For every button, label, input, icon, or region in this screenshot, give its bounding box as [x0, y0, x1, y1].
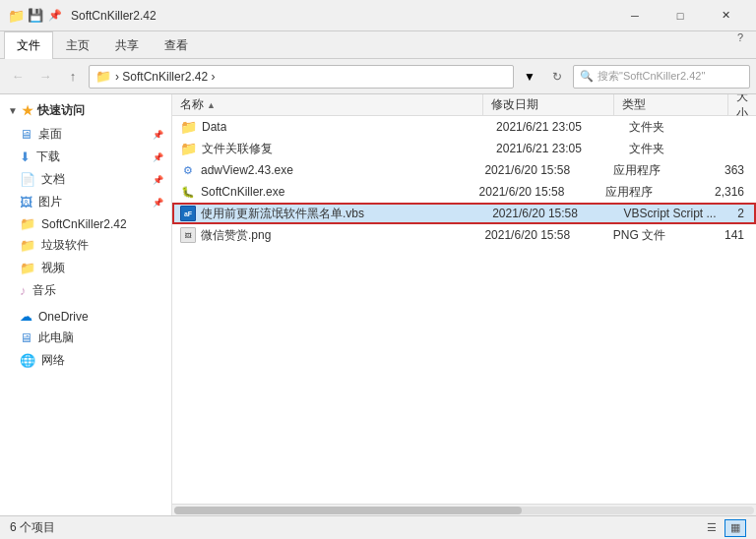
ribbon-help-button[interactable]: ? [728, 31, 752, 43]
file-type-cell: 应用程序 [605, 162, 717, 179]
sidebar-item-onedrive[interactable]: ☁ OneDrive [0, 306, 171, 327]
address-box[interactable]: 📁 › SoftCnKiller2.42 › [89, 65, 514, 89]
detail-view-button[interactable]: ▦ [724, 519, 746, 537]
desktop-pin-icon: 📌 [153, 130, 163, 140]
sidebar-item-videos[interactable]: 📁 视频 [0, 257, 171, 279]
col-size-header[interactable]: 大小 [728, 94, 756, 115]
pictures-pin-icon: 📌 [153, 198, 163, 208]
window-title: SoftCnKiller2.42 [71, 9, 612, 23]
col-name-header[interactable]: 名称 ▲ [172, 94, 483, 115]
file-type-cell: 应用程序 [598, 184, 707, 201]
pictures-icon: 🖼 [20, 195, 32, 210]
folder-icon: 📁 [8, 8, 24, 24]
sort-icon: ▲ [207, 100, 216, 110]
table-row[interactable]: 📁 文件关联修复 2021/6/21 23:05 文件夹 [172, 138, 756, 159]
file-name-cell: 📁 Data [172, 119, 488, 135]
table-row[interactable]: ⚙ adwView2.43.exe 2021/6/20 15:58 应用程序 3… [172, 159, 756, 181]
minimize-button[interactable]: ─ [612, 0, 658, 31]
quick-access-header: ▼ ★ 快速访问 [0, 98, 171, 123]
sidebar-item-videos-label: 视频 [41, 260, 163, 276]
sidebar-item-downloads-label: 下载 [36, 149, 147, 165]
list-view-button[interactable]: ☰ [701, 519, 723, 537]
folder-file-icon: 📁 [180, 141, 197, 156]
trash-folder-icon: 📁 [20, 238, 35, 253]
forward-button[interactable]: → [33, 65, 57, 89]
quick-access-chevron-icon: ▼ [8, 105, 18, 116]
sidebar-item-thispc-label: 此电脑 [38, 329, 163, 346]
sidebar-item-pictures[interactable]: 🖼 图片 📌 [0, 191, 171, 213]
sidebar-item-thispc[interactable]: 🖥 此电脑 [0, 327, 171, 349]
exe-file-icon: ⚙ [180, 162, 196, 178]
sidebar-item-desktop[interactable]: 🖥 桌面 📌 [0, 123, 171, 146]
titlebar: 📁 💾 📌 SoftCnKiller2.42 ─ □ ✕ [0, 0, 756, 31]
sidebar-item-documents[interactable]: 📄 文档 📌 [0, 168, 171, 191]
file-list-body[interactable]: 📁 Data 2021/6/21 23:05 文件夹 📁 文件关联修复 2021… [172, 116, 756, 504]
file-name-text: 使用前更新流氓软件黑名单.vbs [201, 206, 364, 222]
address-dropdown-button[interactable]: ▼ [518, 65, 541, 89]
table-row[interactable]: 🖼 微信赞赏.png 2021/6/20 15:58 PNG 文件 141 [172, 224, 756, 246]
documents-icon: 📄 [20, 172, 35, 187]
maximize-button[interactable]: □ [658, 0, 703, 31]
close-button[interactable]: ✕ [703, 0, 748, 31]
file-date-cell: 2021/6/21 23:05 [488, 142, 621, 155]
sidebar-item-pictures-label: 图片 [38, 194, 147, 210]
tab-home[interactable]: 主页 [53, 31, 102, 59]
file-date-cell: 2021/6/21 23:05 [488, 120, 621, 134]
documents-pin-icon: 📌 [153, 175, 163, 185]
quick-access-label: 快速访问 [37, 102, 85, 119]
file-date-cell: 2021/6/20 15:58 [476, 228, 604, 242]
file-name-cell: aF 使用前更新流氓软件黑名单.vbs [172, 206, 484, 222]
search-placeholder: 搜索"SoftCnKiller2.42" [598, 69, 705, 84]
desktop-icon: 🖥 [20, 127, 32, 142]
hscroll-thumb [174, 507, 522, 514]
file-name-text: SoftCnKiller.exe [201, 185, 284, 199]
back-button[interactable]: ← [6, 65, 30, 89]
file-type-cell: 文件夹 [621, 141, 736, 157]
table-row[interactable]: aF 使用前更新流氓软件黑名单.vbs 2021/6/20 15:58 VBSc… [172, 203, 756, 224]
table-row[interactable]: 📁 Data 2021/6/21 23:05 文件夹 [172, 116, 756, 138]
tab-view[interactable]: 查看 [152, 31, 201, 59]
save-icon: 💾 [28, 8, 43, 24]
file-type-cell: 文件夹 [621, 119, 736, 136]
softcnkiller-folder-icon: 📁 [20, 216, 35, 231]
file-name-text: adwView2.43.exe [201, 163, 293, 177]
refresh-button[interactable]: ↻ [545, 65, 569, 89]
file-list-header: 名称 ▲ 修改日期 类型 大小 [172, 94, 756, 116]
search-box[interactable]: 🔍 搜索"SoftCnKiller2.42" [573, 65, 750, 89]
sidebar-item-onedrive-label: OneDrive [38, 310, 163, 324]
exe-file-icon: 🐛 [180, 184, 196, 200]
sidebar: ▼ ★ 快速访问 🖥 桌面 📌 ⬇ 下载 📌 📄 文档 📌 🖼 图片 📌 [0, 94, 172, 515]
file-date-cell: 2021/6/20 15:58 [472, 185, 598, 199]
file-type-cell: PNG 文件 [605, 227, 717, 244]
sidebar-item-downloads[interactable]: ⬇ 下载 📌 [0, 146, 171, 168]
address-path: › SoftCnKiller2.42 › [115, 70, 503, 84]
file-area: 名称 ▲ 修改日期 类型 大小 📁 Data 2021/6/21 23:05 [172, 94, 756, 515]
file-name-cell: ⚙ adwView2.43.exe [172, 162, 476, 178]
thispc-icon: 🖥 [20, 330, 32, 345]
hscroll-track [174, 507, 754, 514]
sidebar-item-network[interactable]: 🌐 网络 [0, 349, 171, 372]
table-row[interactable]: 🐛 SoftCnKiller.exe 2021/6/20 15:58 应用程序 … [172, 181, 756, 203]
statusbar: 6 个项目 ☰ ▦ [0, 515, 756, 539]
sidebar-item-softcnkiller[interactable]: 📁 SoftCnKiller2.42 [0, 213, 171, 234]
ribbon-tabs: 文件 主页 共享 查看 ? [0, 31, 756, 58]
network-icon: 🌐 [20, 353, 35, 368]
col-date-header[interactable]: 修改日期 [483, 94, 614, 115]
titlebar-controls: ─ □ ✕ [612, 0, 748, 31]
titlebar-icons: 📁 💾 📌 [8, 8, 63, 24]
col-type-header[interactable]: 类型 [614, 94, 728, 115]
png-file-icon: 🖼 [180, 227, 196, 243]
music-icon: ♪ [20, 283, 27, 298]
tab-share[interactable]: 共享 [102, 31, 152, 59]
horizontal-scrollbar[interactable] [172, 504, 756, 515]
file-size-cell: 2,316 [707, 185, 756, 199]
addressbar: ← → ↑ 📁 › SoftCnKiller2.42 › ▼ ↻ 🔍 搜索"So… [0, 59, 756, 94]
up-button[interactable]: ↑ [61, 65, 85, 89]
downloads-pin-icon: 📌 [153, 152, 163, 162]
tab-file[interactable]: 文件 [4, 31, 53, 59]
vbs-file-icon: aF [180, 206, 196, 221]
sidebar-item-trash[interactable]: 📁 垃圾软件 [0, 234, 171, 257]
sidebar-item-music[interactable]: ♪ 音乐 [0, 279, 171, 302]
file-date-cell: 2021/6/20 15:58 [484, 207, 615, 220]
onedrive-icon: ☁ [20, 309, 32, 324]
